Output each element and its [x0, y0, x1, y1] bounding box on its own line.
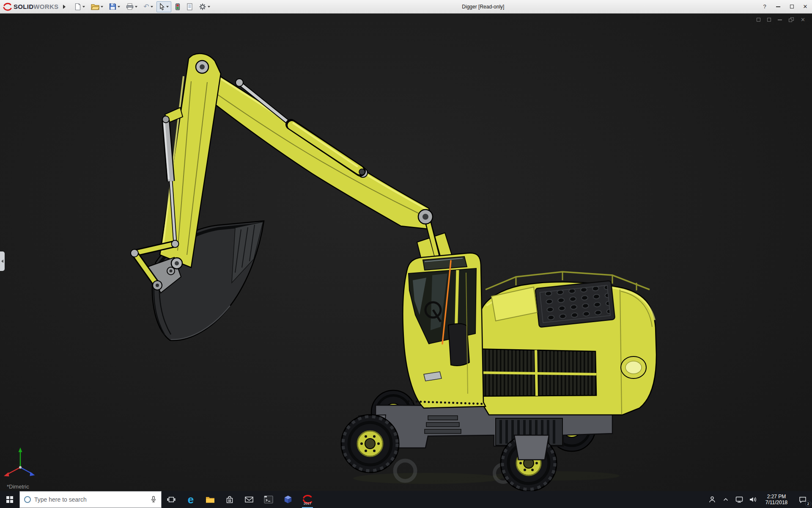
save-floppy-icon: [109, 3, 116, 10]
command-prompt-button[interactable]: [259, 491, 278, 508]
select-tool-button[interactable]: [156, 1, 171, 12]
open-button[interactable]: [88, 1, 106, 12]
engine-housing[interactable]: [474, 272, 656, 415]
cortana-icon: [24, 496, 31, 503]
volume-button[interactable]: [746, 491, 760, 508]
doc-close-icon[interactable]: ✕: [801, 17, 805, 22]
model-canvas[interactable]: *Dimetric: [0, 14, 812, 491]
action-center-button[interactable]: 2: [793, 491, 812, 508]
orientation-triad[interactable]: [4, 447, 35, 477]
doc-window-icon[interactable]: [757, 18, 760, 22]
edrawings-button[interactable]: [278, 491, 298, 508]
store-icon: [226, 496, 233, 504]
undo-icon: ↶: [143, 3, 149, 10]
taskbar-search[interactable]: [19, 491, 162, 508]
help-button[interactable]: ?: [758, 0, 771, 13]
speaker-icon: [749, 496, 757, 503]
new-document-icon: [74, 3, 81, 11]
boom: [186, 63, 432, 229]
file-properties-icon: [187, 3, 193, 11]
options-button[interactable]: [196, 1, 213, 12]
doc-window-icon[interactable]: [767, 18, 771, 22]
windows-taskbar: e: [0, 491, 812, 508]
ds-logo-icon: [3, 2, 12, 11]
document-title: Digger [Read-only]: [462, 0, 504, 14]
print-button[interactable]: [123, 1, 140, 12]
undo-button[interactable]: ↶: [141, 1, 155, 12]
solidworks-2017-button[interactable]: 2017: [298, 491, 317, 508]
view-orientation-label: *Dimetric: [7, 483, 29, 490]
people-button[interactable]: [705, 491, 719, 508]
solidworks-logo: SOLIDWORKS: [0, 0, 61, 13]
start-button[interactable]: [0, 491, 19, 508]
cab[interactable]: [403, 253, 486, 408]
clock-time: 2:27 PM: [767, 494, 786, 500]
task-view-icon: [167, 496, 176, 503]
flyout-arrow-icon: [63, 5, 66, 9]
dropdown-caret-icon: [135, 6, 137, 8]
cube-icon: [283, 495, 293, 504]
gear-icon: [199, 3, 206, 11]
open-folder-icon: [91, 3, 99, 10]
engine-vent-panel[interactable]: [535, 281, 615, 327]
microphone-icon[interactable]: [150, 496, 157, 503]
file-properties-button[interactable]: [184, 1, 195, 12]
edge-icon: e: [188, 494, 194, 505]
featuremanager-collapsed-tab[interactable]: [0, 251, 5, 271]
file-explorer-icon: [206, 496, 215, 503]
mail-button[interactable]: [239, 491, 259, 508]
menu-flyout-button[interactable]: [61, 2, 68, 12]
task-view-button[interactable]: [162, 491, 181, 508]
save-button[interactable]: [107, 1, 123, 12]
chevron-up-icon: [722, 496, 729, 503]
expand-panel-icon: [1, 260, 3, 263]
standard-toolbar: ↶: [72, 1, 212, 12]
system-tray: 2:27 PM 7/11/2018 2: [705, 491, 812, 508]
dropdown-caret-icon: [118, 6, 120, 8]
seat: [448, 323, 469, 366]
windows-logo-icon: [6, 496, 13, 503]
people-icon: [708, 496, 716, 503]
hidden-icons-button[interactable]: [719, 491, 732, 508]
store-button[interactable]: [220, 491, 239, 508]
dropdown-caret-icon: [82, 6, 85, 8]
brand-works: WORKS: [33, 3, 58, 10]
select-cursor-icon: [159, 3, 165, 11]
search-input[interactable]: [34, 496, 147, 503]
window-controls: ? ✕: [758, 0, 812, 13]
dropdown-caret-icon: [101, 6, 103, 8]
titlebar: SOLIDWORKS ↶: [0, 0, 812, 14]
brand-solid: SOLID: [14, 3, 33, 10]
notification-badge: 2: [805, 501, 811, 507]
rebuild-stoplight-icon: [175, 3, 181, 11]
doc-minimize-icon[interactable]: [778, 19, 782, 20]
document-window-controls: ✕: [757, 17, 805, 22]
edge-button[interactable]: e: [181, 491, 200, 508]
dropdown-caret-icon: [166, 6, 169, 8]
graphics-viewport[interactable]: ✕: [0, 14, 812, 491]
network-button[interactable]: [732, 491, 746, 508]
svg-text:2017: 2017: [304, 502, 311, 505]
rear-axle-fork[interactable]: [514, 435, 549, 460]
file-explorer-button[interactable]: [200, 491, 220, 508]
print-icon: [126, 3, 134, 10]
command-prompt-icon: [264, 495, 273, 504]
maximize-icon: [790, 5, 794, 8]
minimize-button[interactable]: [771, 0, 785, 13]
clock-date: 7/11/2018: [765, 500, 788, 505]
new-document-button[interactable]: [72, 1, 88, 12]
dropdown-caret-icon: [208, 6, 210, 8]
solidworks-icon: 2017: [302, 494, 313, 505]
taskbar-clock[interactable]: 2:27 PM 7/11/2018: [760, 491, 793, 508]
close-button[interactable]: ✕: [798, 0, 812, 13]
network-icon: [735, 496, 743, 503]
rebuild-button[interactable]: [172, 1, 183, 12]
dropdown-caret-icon: [151, 6, 153, 8]
mail-icon: [245, 496, 253, 503]
doc-restore-icon[interactable]: [789, 17, 794, 22]
wheel-front-near[interactable]: [341, 415, 399, 472]
floor-reflections: [353, 461, 620, 484]
minimize-icon: [776, 6, 780, 7]
maximize-button[interactable]: [785, 0, 798, 13]
